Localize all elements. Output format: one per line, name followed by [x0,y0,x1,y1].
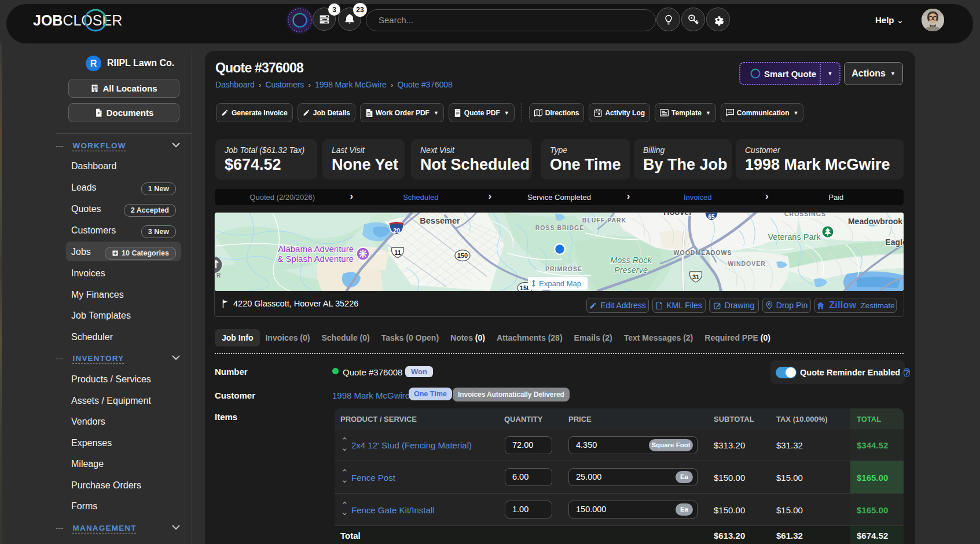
svg-text:Eagle: Eagle [885,238,904,247]
svg-text:Veterans Park: Veterans Park [768,232,821,242]
svg-text:Bessemer: Bessemer [420,216,460,225]
svg-text:Alabama Adventure: Alabama Adventure [278,244,354,254]
svg-text:BLUFF PARK: BLUFF PARK [582,217,626,224]
svg-text:Expand Map: Expand Map [539,279,581,288]
svg-text:WINDOVER: WINDOVER [728,260,766,267]
svg-text:Moss Rock: Moss Rock [610,255,652,265]
svg-text:R: R [216,272,221,279]
svg-text:65: 65 [708,214,715,220]
svg-text:11: 11 [394,249,401,256]
svg-text:31: 31 [692,273,699,280]
svg-text:PRIMROSE: PRIMROSE [545,265,582,272]
svg-text:Hoover: Hoover [663,213,692,217]
svg-text:Meadowbrook: Meadowbrook [848,217,902,226]
svg-text:ROSS BRIDGE: ROSS BRIDGE [535,224,585,231]
svg-text:Preserve: Preserve [614,265,648,275]
svg-text:CROSSINGS: CROSSINGS [784,213,826,217]
svg-text:150: 150 [457,252,468,259]
svg-text:& Splash Adventure: & Splash Adventure [277,254,354,264]
svg-text:20: 20 [393,227,400,234]
svg-text:WOODMEADOWS: WOODMEADOWS [674,249,732,256]
